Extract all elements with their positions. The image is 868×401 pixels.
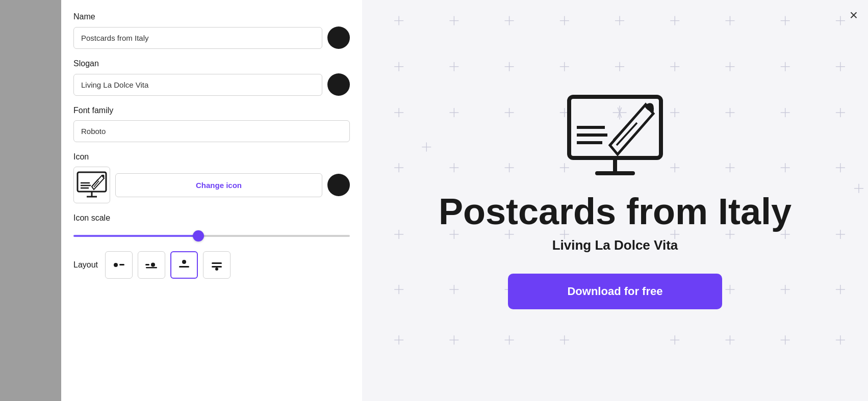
font-section: Font family	[73, 106, 350, 152]
svg-rect-10	[145, 264, 149, 265]
svg-point-11	[151, 263, 155, 267]
slogan-color-dot[interactable]	[327, 73, 350, 96]
download-button[interactable]: Download for free	[508, 274, 722, 309]
preview-monitor-icon	[567, 94, 663, 181]
preview-title: Postcards from Italy	[439, 192, 792, 232]
layout-icon-2	[144, 258, 159, 272]
svg-line-4	[93, 179, 98, 185]
svg-rect-14	[179, 266, 189, 268]
preview-content: Postcards from Italy Living La Dolce Vit…	[439, 92, 792, 309]
preview-icon-container	[564, 92, 666, 183]
svg-rect-12	[146, 267, 157, 269]
layout-option-3[interactable]	[170, 251, 198, 279]
slogan-field-row	[73, 73, 350, 96]
layout-row: Layout	[73, 251, 350, 279]
icon-row: Change icon	[73, 167, 350, 203]
slogan-input[interactable]	[73, 74, 322, 96]
name-color-dot[interactable]	[327, 26, 350, 49]
preview-area: ×	[362, 0, 868, 401]
name-input[interactable]	[73, 27, 322, 49]
layout-icon-1	[112, 258, 126, 272]
icon-section: Icon Change icon	[73, 152, 350, 203]
name-section: Name	[73, 12, 350, 49]
svg-rect-16	[212, 266, 222, 268]
icon-scale-slider[interactable]	[73, 235, 350, 237]
icon-color-dot[interactable]	[327, 174, 350, 196]
name-field-row	[73, 26, 350, 49]
layout-label: Layout	[73, 260, 98, 270]
svg-point-13	[182, 260, 186, 264]
slogan-label: Slogan	[73, 59, 350, 68]
settings-panel: Name Slogan Font family Icon	[61, 0, 362, 401]
close-button[interactable]: ×	[850, 8, 858, 22]
icon-preview-box	[73, 167, 110, 203]
layout-option-2[interactable]	[138, 251, 165, 279]
svg-point-8	[114, 263, 118, 267]
monitor-icon	[76, 171, 107, 199]
icon-label: Icon	[73, 152, 350, 162]
change-icon-button[interactable]: Change icon	[115, 173, 322, 197]
layout-icon-3	[177, 258, 191, 272]
icon-scale-label: Icon scale	[73, 213, 350, 223]
layout-section: Layout	[73, 251, 350, 279]
preview-slogan: Living La Dolce Vita	[552, 237, 678, 253]
icon-scale-section: Icon scale	[73, 213, 350, 239]
font-family-input[interactable]	[73, 120, 350, 142]
svg-rect-15	[212, 262, 222, 264]
left-sidebar	[0, 0, 61, 401]
name-label: Name	[73, 12, 350, 21]
layout-icon-4	[210, 258, 224, 272]
font-family-label: Font family	[73, 106, 350, 115]
slogan-section: Slogan	[73, 59, 350, 96]
layout-option-4[interactable]	[203, 251, 231, 279]
svg-point-17	[215, 268, 218, 271]
svg-rect-9	[119, 264, 124, 265]
layout-option-1[interactable]	[105, 251, 133, 279]
